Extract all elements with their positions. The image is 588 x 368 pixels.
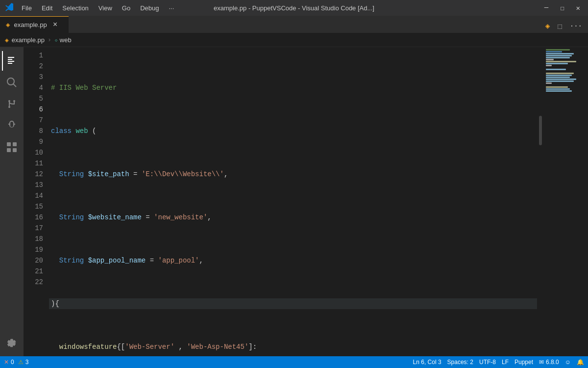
svg-rect-9 bbox=[13, 148, 17, 152]
vscode-logo bbox=[5, 2, 14, 14]
svg-rect-8 bbox=[7, 148, 11, 152]
svg-point-3 bbox=[13, 100, 15, 102]
svg-rect-6 bbox=[7, 142, 11, 146]
code-line-2: class web ( bbox=[49, 126, 537, 136]
breadcrumb-file[interactable]: example.pp bbox=[12, 36, 45, 44]
svg-point-4 bbox=[8, 100, 10, 102]
status-bar-left: ✕ 0 ⚠ 3 bbox=[4, 359, 28, 366]
menu-file[interactable]: File bbox=[18, 2, 36, 14]
close-button[interactable]: ✕ bbox=[573, 3, 583, 13]
code-editor[interactable]: 12345 678910 1112131415 1617181920 2122 … bbox=[24, 47, 588, 356]
status-bar-right: Ln 6, Col 3 Spaces: 2 UTF-8 LF Puppet ✉ … bbox=[413, 359, 584, 366]
breadcrumb-symbol[interactable]: ⬦ web bbox=[54, 36, 72, 44]
puppet-version[interactable]: ✉ 6.8.0 bbox=[539, 359, 559, 366]
cursor-position[interactable]: Ln 6, Col 3 bbox=[413, 359, 441, 366]
menu-more[interactable]: ··· bbox=[165, 2, 178, 14]
main-layout: 12345 678910 1112131415 1617181920 2122 … bbox=[0, 47, 588, 356]
breadcrumb-separator: › bbox=[48, 36, 51, 44]
scrollbar-thumb[interactable] bbox=[539, 116, 542, 145]
error-count[interactable]: ✕ 0 ⚠ 3 bbox=[4, 359, 28, 366]
minimap-content bbox=[544, 47, 588, 94]
code-line-7: windowsfeature{['Web-Server' , 'Web-Asp-… bbox=[49, 342, 537, 352]
activity-explorer[interactable] bbox=[2, 51, 22, 71]
status-bar: ✕ 0 ⚠ 3 Ln 6, Col 3 Spaces: 2 UTF-8 LF P… bbox=[0, 356, 588, 368]
code-line-4: String $website_name = 'new_website', bbox=[49, 212, 537, 223]
activity-source-control[interactable] bbox=[2, 94, 22, 114]
activity-settings[interactable] bbox=[2, 333, 22, 352]
maximize-button[interactable]: ☐ bbox=[557, 3, 567, 13]
vertical-scrollbar[interactable] bbox=[537, 47, 544, 356]
svg-line-1 bbox=[13, 84, 16, 87]
menu-go[interactable]: Go bbox=[118, 2, 134, 14]
tab-example-pp[interactable]: ◈ example.pp × bbox=[0, 16, 69, 33]
activity-debug[interactable] bbox=[2, 116, 22, 135]
warning-count-label: 3 bbox=[25, 359, 29, 366]
code-line-3: String $site_path = 'E:\\Dev\\Website\\'… bbox=[49, 169, 537, 180]
tab-label: example.pp bbox=[14, 21, 47, 28]
window-title: example.pp - PuppetVSCode - Visual Studi… bbox=[214, 4, 374, 12]
tab-puppet-icon: ◈ bbox=[6, 21, 10, 29]
code-line-6: ){ bbox=[49, 298, 537, 309]
menu-view[interactable]: View bbox=[95, 2, 116, 14]
warning-icon: ⚠ bbox=[18, 359, 24, 366]
breadcrumb: ◈ example.pp › ⬦ web bbox=[0, 33, 588, 47]
code-line-5: String $app_pool_name = 'app_pool', bbox=[49, 255, 537, 266]
encoding[interactable]: UTF-8 bbox=[479, 359, 496, 366]
menu-bar[interactable]: File Edit Selection View Go Debug ··· bbox=[18, 2, 178, 14]
more-actions-button[interactable]: ··· bbox=[568, 20, 584, 32]
editor-area: 12345 678910 1112131415 1617181920 2122 … bbox=[24, 47, 588, 356]
line-numbers: 12345 678910 1112131415 1617181920 2122 bbox=[24, 47, 47, 356]
activity-bar bbox=[0, 47, 24, 356]
language-mode[interactable]: Puppet bbox=[514, 359, 533, 366]
breadcrumb-puppet-icon: ◈ bbox=[5, 36, 9, 44]
puppet-version-label: 6.8.0 bbox=[546, 359, 559, 366]
code-line-1: # IIS Web Server bbox=[49, 82, 537, 93]
breadcrumb-symbol-name: web bbox=[60, 36, 72, 44]
tab-bar: ◈ example.pp × ◈ ⬚ ··· bbox=[0, 16, 588, 33]
error-count-label: 0 bbox=[11, 359, 14, 366]
indentation[interactable]: Spaces: 2 bbox=[447, 359, 473, 366]
menu-edit[interactable]: Edit bbox=[38, 2, 56, 14]
puppet-version-icon: ✉ bbox=[539, 359, 544, 366]
feedback-icon[interactable]: ☺ bbox=[565, 359, 571, 366]
activity-search[interactable] bbox=[2, 73, 22, 92]
line-ending[interactable]: LF bbox=[502, 359, 509, 366]
svg-point-0 bbox=[7, 78, 14, 85]
minimize-button[interactable]: ─ bbox=[541, 3, 551, 13]
minimap bbox=[544, 47, 588, 356]
activity-extensions[interactable] bbox=[2, 137, 22, 157]
menu-selection[interactable]: Selection bbox=[58, 2, 92, 14]
svg-point-2 bbox=[8, 106, 10, 108]
window-controls[interactable]: ─ ☐ ✕ bbox=[541, 3, 583, 13]
tab-bar-actions: ◈ ⬚ ··· bbox=[543, 19, 588, 33]
puppet-icon: ◈ bbox=[543, 19, 552, 33]
split-editor-button[interactable]: ⬚ bbox=[556, 20, 564, 32]
symbol-icon: ⬦ bbox=[54, 37, 58, 44]
tab-close-button[interactable]: × bbox=[53, 21, 58, 29]
title-bar-left: File Edit Selection View Go Debug ··· bbox=[5, 2, 178, 14]
menu-debug[interactable]: Debug bbox=[136, 2, 163, 14]
title-bar: File Edit Selection View Go Debug ··· ex… bbox=[0, 0, 588, 16]
notification-icon[interactable]: 🔔 bbox=[577, 359, 584, 366]
code-content: # IIS Web Server class web ( String $sit… bbox=[47, 47, 537, 356]
error-icon: ✕ bbox=[4, 359, 9, 366]
svg-rect-7 bbox=[13, 142, 17, 146]
